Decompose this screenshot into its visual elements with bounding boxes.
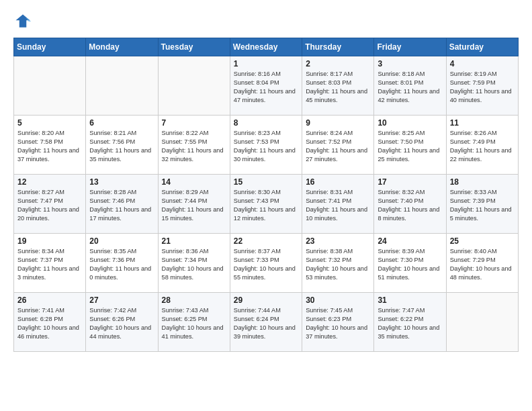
day-info: Sunrise: 8:27 AMSunset: 7:47 PMDaylight:…	[17, 188, 82, 223]
calendar-week-5: 26Sunrise: 7:41 AMSunset: 6:28 PMDayligh…	[14, 293, 519, 352]
weekday-header-monday: Monday	[86, 38, 158, 56]
day-info: Sunrise: 7:47 AMSunset: 6:22 PMDaylight:…	[378, 306, 442, 341]
day-info: Sunrise: 8:16 AMSunset: 8:04 PMDaylight:…	[234, 70, 298, 105]
day-number: 29	[234, 295, 298, 305]
day-number: 25	[450, 236, 515, 246]
calendar-week-1: 1Sunrise: 8:16 AMSunset: 8:04 PMDaylight…	[14, 56, 519, 116]
header	[13, 12, 519, 31]
day-info: Sunrise: 8:35 AMSunset: 7:36 PMDaylight:…	[89, 247, 154, 282]
day-number: 14	[162, 177, 226, 187]
day-number: 15	[234, 177, 298, 187]
day-number: 18	[450, 177, 515, 187]
weekday-header-saturday: Saturday	[446, 38, 518, 56]
calendar-cell	[86, 56, 158, 116]
calendar-cell: 17Sunrise: 8:32 AMSunset: 7:40 PMDayligh…	[374, 175, 446, 234]
calendar-cell: 30Sunrise: 7:45 AMSunset: 6:23 PMDayligh…	[302, 293, 374, 352]
calendar-cell: 9Sunrise: 8:24 AMSunset: 7:52 PMDaylight…	[302, 116, 374, 175]
day-info: Sunrise: 8:24 AMSunset: 7:52 PMDaylight:…	[306, 129, 370, 164]
day-number: 10	[378, 118, 442, 128]
day-number: 1	[234, 59, 298, 68]
day-number: 5	[17, 118, 82, 128]
calendar-cell	[446, 293, 518, 352]
calendar-cell: 4Sunrise: 8:19 AMSunset: 7:59 PMDaylight…	[446, 56, 518, 116]
calendar-cell: 23Sunrise: 8:38 AMSunset: 7:32 PMDayligh…	[302, 234, 374, 293]
day-number: 6	[89, 118, 154, 128]
day-info: Sunrise: 8:21 AMSunset: 7:56 PMDaylight:…	[89, 129, 154, 164]
day-number: 2	[306, 59, 370, 68]
calendar-cell: 1Sunrise: 8:16 AMSunset: 8:04 PMDaylight…	[230, 56, 302, 116]
day-number: 4	[450, 59, 515, 68]
weekday-header-thursday: Thursday	[302, 38, 374, 56]
calendar-cell: 11Sunrise: 8:26 AMSunset: 7:49 PMDayligh…	[446, 116, 518, 175]
calendar-cell: 6Sunrise: 8:21 AMSunset: 7:56 PMDaylight…	[86, 116, 158, 175]
day-number: 8	[234, 118, 298, 128]
day-number: 31	[378, 295, 442, 305]
calendar-cell: 12Sunrise: 8:27 AMSunset: 7:47 PMDayligh…	[14, 175, 86, 234]
calendar-cell: 28Sunrise: 7:43 AMSunset: 6:25 PMDayligh…	[158, 293, 230, 352]
page: SundayMondayTuesdayWednesdayThursdayFrid…	[0, 0, 532, 411]
calendar-cell: 2Sunrise: 8:17 AMSunset: 8:03 PMDaylight…	[302, 56, 374, 116]
calendar-cell: 31Sunrise: 7:47 AMSunset: 6:22 PMDayligh…	[374, 293, 446, 352]
day-number: 23	[306, 236, 370, 246]
day-info: Sunrise: 8:18 AMSunset: 8:01 PMDaylight:…	[378, 70, 442, 105]
calendar-cell: 25Sunrise: 8:40 AMSunset: 7:29 PMDayligh…	[446, 234, 518, 293]
calendar-cell: 29Sunrise: 7:44 AMSunset: 6:24 PMDayligh…	[230, 293, 302, 352]
day-info: Sunrise: 7:45 AMSunset: 6:23 PMDaylight:…	[306, 306, 370, 341]
weekday-header-row: SundayMondayTuesdayWednesdayThursdayFrid…	[14, 38, 519, 56]
day-info: Sunrise: 8:23 AMSunset: 7:53 PMDaylight:…	[234, 129, 298, 164]
day-info: Sunrise: 8:28 AMSunset: 7:46 PMDaylight:…	[89, 188, 154, 223]
calendar-cell	[158, 56, 230, 116]
day-number: 24	[378, 236, 442, 246]
day-number: 11	[450, 118, 515, 128]
day-number: 27	[89, 295, 154, 305]
logo-icon	[13, 12, 32, 31]
logo	[13, 12, 35, 31]
day-info: Sunrise: 8:31 AMSunset: 7:41 PMDaylight:…	[306, 188, 370, 223]
calendar-cell: 5Sunrise: 8:20 AMSunset: 7:58 PMDaylight…	[14, 116, 86, 175]
calendar-cell: 27Sunrise: 7:42 AMSunset: 6:26 PMDayligh…	[86, 293, 158, 352]
day-info: Sunrise: 8:36 AMSunset: 7:34 PMDaylight:…	[162, 247, 226, 282]
day-info: Sunrise: 8:17 AMSunset: 8:03 PMDaylight:…	[306, 70, 370, 105]
weekday-header-friday: Friday	[374, 38, 446, 56]
day-info: Sunrise: 8:22 AMSunset: 7:55 PMDaylight:…	[162, 129, 226, 164]
day-info: Sunrise: 8:25 AMSunset: 7:50 PMDaylight:…	[378, 129, 442, 164]
calendar-cell: 7Sunrise: 8:22 AMSunset: 7:55 PMDaylight…	[158, 116, 230, 175]
day-info: Sunrise: 8:29 AMSunset: 7:44 PMDaylight:…	[162, 188, 226, 223]
calendar-cell: 10Sunrise: 8:25 AMSunset: 7:50 PMDayligh…	[374, 116, 446, 175]
calendar-week-4: 19Sunrise: 8:34 AMSunset: 7:37 PMDayligh…	[14, 234, 519, 293]
calendar-cell: 20Sunrise: 8:35 AMSunset: 7:36 PMDayligh…	[86, 234, 158, 293]
day-number: 16	[306, 177, 370, 187]
day-info: Sunrise: 8:40 AMSunset: 7:29 PMDaylight:…	[450, 247, 515, 282]
day-info: Sunrise: 8:38 AMSunset: 7:32 PMDaylight:…	[306, 247, 370, 282]
day-info: Sunrise: 7:43 AMSunset: 6:25 PMDaylight:…	[162, 306, 226, 341]
calendar-cell: 3Sunrise: 8:18 AMSunset: 8:01 PMDaylight…	[374, 56, 446, 116]
calendar-cell: 21Sunrise: 8:36 AMSunset: 7:34 PMDayligh…	[158, 234, 230, 293]
calendar-cell: 13Sunrise: 8:28 AMSunset: 7:46 PMDayligh…	[86, 175, 158, 234]
day-number: 30	[306, 295, 370, 305]
calendar-cell: 16Sunrise: 8:31 AMSunset: 7:41 PMDayligh…	[302, 175, 374, 234]
day-number: 28	[162, 295, 226, 305]
day-number: 17	[378, 177, 442, 187]
day-info: Sunrise: 8:32 AMSunset: 7:40 PMDaylight:…	[378, 188, 442, 223]
calendar-header: SundayMondayTuesdayWednesdayThursdayFrid…	[14, 38, 519, 56]
day-number: 21	[162, 236, 226, 246]
day-number: 7	[162, 118, 226, 128]
calendar-cell: 26Sunrise: 7:41 AMSunset: 6:28 PMDayligh…	[14, 293, 86, 352]
day-number: 9	[306, 118, 370, 128]
calendar: SundayMondayTuesdayWednesdayThursdayFrid…	[13, 38, 519, 352]
day-number: 19	[17, 236, 82, 246]
day-number: 13	[89, 177, 154, 187]
day-info: Sunrise: 7:44 AMSunset: 6:24 PMDaylight:…	[234, 306, 298, 341]
day-number: 12	[17, 177, 82, 187]
calendar-body: 1Sunrise: 8:16 AMSunset: 8:04 PMDaylight…	[14, 56, 519, 352]
day-number: 26	[17, 295, 82, 305]
calendar-week-2: 5Sunrise: 8:20 AMSunset: 7:58 PMDaylight…	[14, 116, 519, 175]
calendar-week-3: 12Sunrise: 8:27 AMSunset: 7:47 PMDayligh…	[14, 175, 519, 234]
weekday-header-sunday: Sunday	[14, 38, 86, 56]
weekday-header-wednesday: Wednesday	[230, 38, 302, 56]
day-info: Sunrise: 7:41 AMSunset: 6:28 PMDaylight:…	[17, 306, 82, 341]
calendar-cell: 22Sunrise: 8:37 AMSunset: 7:33 PMDayligh…	[230, 234, 302, 293]
day-info: Sunrise: 8:33 AMSunset: 7:39 PMDaylight:…	[450, 188, 515, 223]
calendar-cell	[14, 56, 86, 116]
day-info: Sunrise: 8:26 AMSunset: 7:49 PMDaylight:…	[450, 129, 515, 164]
